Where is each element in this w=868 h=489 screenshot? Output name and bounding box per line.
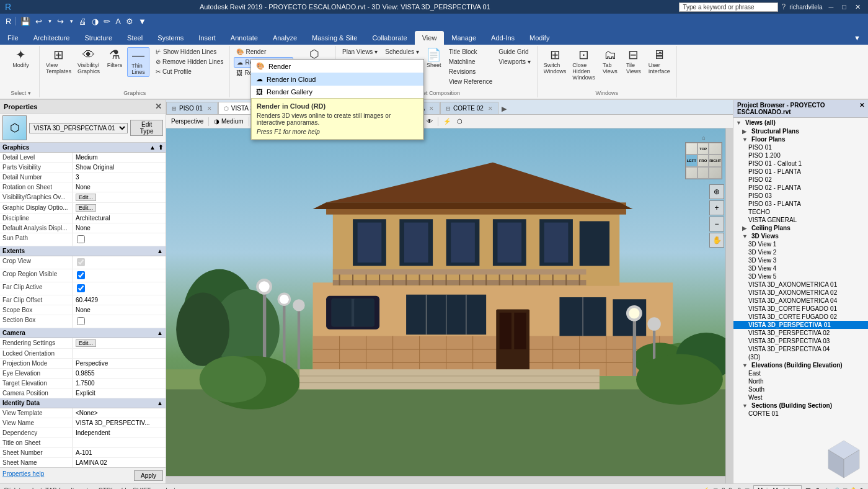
pb-perspectiva03[interactable]: VISTA 3D_PERSPECTIVA 03: [733, 337, 868, 345]
prop-rendering-settings-value[interactable]: Edit...: [73, 338, 166, 348]
vc-detail-level-btn[interactable]: ◑ Medium: [211, 117, 246, 125]
camera-section-header[interactable]: Camera ▲: [0, 328, 166, 338]
tab-file[interactable]: File: [0, 31, 26, 45]
far-clip-checkbox[interactable]: [77, 284, 85, 292]
pb-3dview4[interactable]: 3D View 4: [733, 264, 868, 272]
pb-close-btn[interactable]: ✕: [859, 102, 864, 115]
guide-grid-btn[interactable]: Guide Grid: [496, 47, 533, 56]
nav-cube-face-left[interactable]: LEFT: [686, 155, 698, 166]
pb-root[interactable]: ▼ Views (all): [733, 118, 868, 127]
prop-discipline-value[interactable]: Architectural: [73, 213, 166, 223]
tab-piso01-planta-close[interactable]: ✕: [429, 105, 434, 112]
pb-west[interactable]: West: [733, 393, 868, 402]
properties-help-link[interactable]: Properties help: [2, 470, 44, 481]
prop-visibility-graphics-value[interactable]: Edit...: [73, 192, 166, 202]
nav-cube-face-top[interactable]: TOP: [698, 143, 709, 155]
pb-axon02[interactable]: VISTA 3D_AXONOMETRICA 02: [733, 289, 868, 297]
revisions-btn[interactable]: Revisions: [446, 67, 495, 76]
prop-sheet-number-value[interactable]: A-101: [73, 448, 166, 457]
settings-icon[interactable]: ⚙: [124, 16, 135, 27]
tab-piso01-close[interactable]: ✕: [207, 105, 212, 112]
thin-lines-btn[interactable]: — ThinLines: [127, 47, 149, 77]
pan-btn[interactable]: ✋: [709, 233, 724, 248]
tab-analyze[interactable]: Analyze: [265, 31, 304, 45]
measure-btn[interactable]: ◑: [90, 16, 100, 27]
identity-section-header[interactable]: Identity Data ▲: [0, 398, 166, 408]
filters-btn[interactable]: ⚗ Filters: [104, 47, 126, 70]
tab-insert[interactable]: Insert: [191, 31, 223, 45]
prop-sun-path-value[interactable]: [73, 233, 166, 246]
prop-view-template-value[interactable]: <None>: [73, 408, 166, 418]
prop-target-elevation-value[interactable]: 1.7500: [73, 379, 166, 388]
pb-ceiling-plans[interactable]: ▶ Ceiling Plans: [733, 224, 868, 232]
vc-analysis-display-btn[interactable]: ⚡: [441, 117, 453, 125]
revit-logo-btn[interactable]: R: [4, 16, 13, 27]
prop-rotation-sheet-value[interactable]: None: [73, 182, 166, 192]
tab-more-btn[interactable]: ▶: [499, 104, 509, 114]
pb-vista-general[interactable]: VISTA GENERAL: [733, 216, 868, 224]
tab-collaborate[interactable]: Collaborate: [365, 31, 414, 45]
title-block-btn[interactable]: Title Block: [446, 47, 495, 56]
edit-type-btn[interactable]: Edit Type: [130, 120, 163, 136]
pb-floor-plans[interactable]: ▼ Floor Plans: [733, 135, 868, 143]
properties-close-btn[interactable]: ✕: [155, 102, 162, 111]
view-reference-btn[interactable]: View Reference: [446, 77, 495, 86]
pb-corte-fugado02[interactable]: VISTA 3D_CORTE FUGADO 02: [733, 313, 868, 321]
viewport-scroll-right[interactable]: [725, 128, 733, 483]
apply-button[interactable]: Apply: [134, 470, 163, 481]
pb-3dview3[interactable]: 3D View 3: [733, 256, 868, 264]
pb-structural-plans[interactable]: ▶ Structural Plans: [733, 127, 868, 135]
tab-architecture[interactable]: Architecture: [26, 31, 78, 45]
user-interface-btn[interactable]: 🖥 UserInterface: [646, 47, 673, 76]
sheet-btn[interactable]: 📄 Sheet: [423, 47, 445, 70]
viewports-btn[interactable]: Viewports ▾: [496, 57, 533, 66]
qat-customize-btn[interactable]: ▼: [136, 16, 148, 27]
prop-scope-box-value[interactable]: None: [73, 305, 166, 315]
tab-view[interactable]: View: [415, 31, 445, 45]
nav-cube-grid[interactable]: TOP LEFT FRO RIGHT: [685, 142, 722, 179]
search-box[interactable]: Type a keyword or phrase: [679, 2, 778, 12]
prop-section-box-value[interactable]: [73, 315, 166, 328]
pb-south[interactable]: South: [733, 385, 868, 393]
prop-far-clip-offset-value[interactable]: 60.4429: [73, 295, 166, 305]
save-btn[interactable]: 💾: [19, 16, 32, 27]
tab-corte02-close[interactable]: ✕: [488, 105, 493, 112]
prop-detail-number-value[interactable]: 3: [73, 173, 166, 182]
vc-reveal-hidden-btn[interactable]: 👁: [424, 117, 435, 125]
pb-piso02[interactable]: PISO 02: [733, 176, 868, 184]
nav-cube-face-right[interactable]: RIGHT: [709, 155, 722, 166]
type-dropdown[interactable]: VISTA 3D_PERSPECTIVA 01: [29, 123, 128, 133]
extents-section-header[interactable]: Extents ▲: [0, 246, 166, 256]
prop-crop-view-value[interactable]: [73, 256, 166, 269]
redo-dropdown-btn[interactable]: ▼: [67, 18, 76, 25]
undo-btn[interactable]: ↩: [33, 16, 44, 27]
pb-piso01-planta[interactable]: PISO 01 - PLANTA: [733, 168, 868, 176]
vc-scale-btn[interactable]: Perspective: [169, 117, 206, 125]
pb-3dview1[interactable]: 3D View 1: [733, 240, 868, 248]
close-button[interactable]: ✕: [852, 3, 863, 11]
tab-add-ins[interactable]: Add-Ins: [484, 31, 522, 45]
show-hidden-lines-btn[interactable]: ⊬Show Hidden Lines: [153, 47, 226, 56]
tab-systems[interactable]: Systems: [150, 31, 191, 45]
tab-manage[interactable]: Manage: [444, 31, 484, 45]
pb-perspectiva04[interactable]: VISTA 3D_PERSPECTIVA 04: [733, 345, 868, 353]
print-btn[interactable]: 🖨: [77, 16, 89, 27]
pb-corte-fugado01[interactable]: VISTA 3D_CORTE FUGADO 01: [733, 305, 868, 313]
pb-perspectiva01[interactable]: VISTA 3D_PERSPECTIVA 01: [733, 321, 868, 329]
pb-piso01[interactable]: PISO 01: [733, 143, 868, 151]
prop-sheet-name-value[interactable]: LAMINA 02: [73, 458, 166, 467]
pb-3d-default[interactable]: (3D): [733, 353, 868, 361]
tag-btn[interactable]: ✏: [102, 16, 112, 27]
prop-dependency-value[interactable]: Independent: [73, 428, 166, 437]
modify-btn[interactable]: ✦ Modify: [10, 47, 32, 70]
maximize-button[interactable]: □: [839, 3, 849, 11]
pb-axon01[interactable]: VISTA 3D_AXONOMETRICA 01: [733, 280, 868, 289]
pb-north[interactable]: North: [733, 377, 868, 385]
pb-3d-views[interactable]: ▼ 3D Views: [733, 232, 868, 240]
viewport-canvas[interactable]: ⌂ TOP LEFT FRO RIGHT: [166, 128, 733, 483]
pb-perspectiva02[interactable]: VISTA 3D_PERSPECTIVA 02: [733, 329, 868, 337]
text-btn[interactable]: A: [113, 16, 123, 27]
pb-piso1200[interactable]: PISO 1.200: [733, 151, 868, 159]
pb-piso01-callout1[interactable]: PISO 01 - Callout 1: [733, 159, 868, 168]
nav-cube-face-bottom[interactable]: [698, 167, 709, 179]
